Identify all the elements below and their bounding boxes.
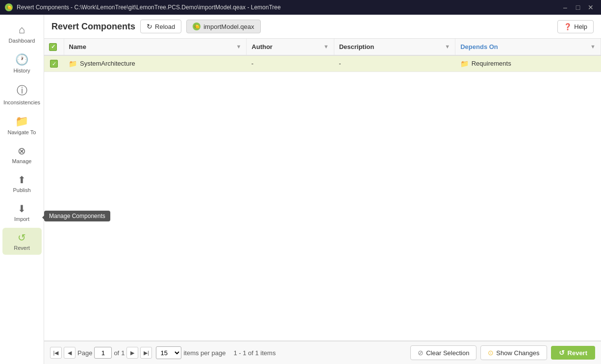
th-description: Description ▼	[334, 39, 455, 55]
sidebar-label-dashboard: Dashboard	[9, 38, 35, 44]
th-depends-on-inner: Depends On ▼	[460, 43, 596, 50]
per-page-selector: 15 25 50 100 items per page	[156, 346, 225, 359]
reload-button[interactable]: ↻ Reload	[140, 20, 181, 33]
row-description-cell: -	[334, 55, 455, 72]
th-name-inner: Name ▼	[69, 43, 242, 50]
page-text: Page	[77, 349, 92, 357]
table-container: ✓ Name ▼ Author ▼	[44, 39, 601, 340]
help-label: Help	[574, 23, 587, 30]
file-tab-label: importModel.qeax	[203, 23, 254, 30]
maximize-button[interactable]: □	[573, 2, 583, 13]
next-page-button[interactable]: ▶	[126, 347, 138, 359]
row-name: SystemArchitecture	[80, 60, 135, 67]
import-icon: ⬇	[18, 203, 26, 215]
main-layout: ⌂ Dashboard 🕐 History ⓘ Inconsistencies …	[0, 15, 601, 364]
sidebar-item-revert[interactable]: ↺ Revert	[2, 228, 42, 255]
sidebar-label-revert: Revert	[14, 245, 29, 251]
manage-icon: ⊗	[18, 145, 26, 157]
file-tab[interactable]: 🍋 importModel.qeax	[186, 20, 260, 33]
file-icon: 🍋	[193, 23, 200, 30]
row-checkbox-cell: ✓	[44, 55, 64, 72]
app-icon: 🍋	[5, 3, 13, 11]
sidebar-label-manage: Manage	[12, 158, 32, 164]
revert-button[interactable]: ↺ Revert	[551, 346, 595, 360]
author-filter-icon[interactable]: ▼	[324, 44, 329, 49]
show-changes-label: Show Changes	[496, 349, 539, 357]
depends-on-filter-icon[interactable]: ▼	[590, 44, 596, 49]
help-icon: ❓	[564, 23, 572, 30]
minimize-button[interactable]: –	[560, 2, 571, 13]
description-filter-icon[interactable]: ▼	[445, 44, 450, 49]
show-changes-button[interactable]: ⊙ Show Changes	[480, 345, 547, 360]
row-name-cell: 📁 SystemArchitecture	[64, 55, 247, 72]
help-button[interactable]: ❓ Help	[557, 20, 594, 33]
select-all-checkbox[interactable]: ✓	[49, 43, 57, 51]
clear-selection-button[interactable]: ⊘ Clear Selection	[410, 345, 476, 360]
dashboard-icon: ⌂	[19, 24, 25, 36]
prev-page-button[interactable]: ◀	[64, 347, 75, 359]
table-header: ✓ Name ▼ Author ▼	[44, 39, 601, 55]
page-title: Revert Components	[51, 22, 135, 32]
clear-selection-icon: ⊘	[418, 349, 424, 357]
revert-btn-icon: ↺	[559, 349, 565, 357]
depends-folder-icon: 📁	[460, 60, 469, 68]
th-author: Author ▼	[247, 39, 334, 55]
per-page-dropdown[interactable]: 15 25 50 100	[156, 346, 181, 359]
table-body: ✓ 📁 SystemArchitecture - - 📁	[44, 55, 601, 72]
inconsistencies-icon: ⓘ	[17, 83, 27, 98]
row-depends-on-cell: 📁 Requirements	[455, 55, 601, 72]
items-per-page-label: items per page	[183, 349, 225, 357]
th-author-label: Author	[251, 43, 273, 50]
clear-selection-label: Clear Selection	[426, 349, 469, 357]
tooltip-arrow	[42, 215, 45, 220]
sidebar-item-inconsistencies[interactable]: ⓘ Inconsistencies	[2, 79, 42, 109]
content-header: Revert Components ↻ Reload 🍋 importModel…	[44, 15, 601, 39]
th-name: Name ▼	[64, 39, 247, 55]
sidebar-item-navigate-to[interactable]: 📁 Navigate To	[2, 111, 42, 139]
th-name-label: Name	[69, 43, 86, 50]
reload-icon: ↻	[147, 23, 152, 30]
table-row[interactable]: ✓ 📁 SystemArchitecture - - 📁	[44, 55, 601, 72]
row-checkbox[interactable]: ✓	[50, 60, 58, 68]
titlebar: 🍋 Revert Components - C:\Work\LemonTree\…	[0, 0, 601, 15]
reload-label: Reload	[155, 23, 175, 30]
name-filter-icon[interactable]: ▼	[236, 44, 241, 49]
th-depends-on-label: Depends On	[460, 43, 498, 50]
sidebar-item-publish[interactable]: ⬆ Publish	[2, 170, 42, 197]
checkbox-header-cell: ✓	[44, 39, 64, 55]
sidebar-item-manage[interactable]: ⊗ Manage	[2, 141, 42, 168]
sidebar-label-import: Import	[14, 216, 29, 222]
row-depends-on: Requirements	[472, 60, 511, 67]
sidebar-label-inconsistencies: Inconsistencies	[3, 99, 40, 105]
row-folder-icon: 📁	[69, 60, 77, 68]
close-button[interactable]: ✕	[585, 2, 596, 13]
data-table: ✓ Name ▼ Author ▼	[44, 39, 601, 72]
last-page-button[interactable]: ▶|	[140, 347, 152, 359]
publish-icon: ⬆	[18, 174, 26, 186]
manage-components-tooltip: Manage Components	[44, 211, 110, 221]
sidebar-item-history[interactable]: 🕐 History	[2, 49, 42, 77]
sidebar: ⌂ Dashboard 🕐 History ⓘ Inconsistencies …	[0, 15, 44, 364]
name-cell-inner: 📁 SystemArchitecture	[69, 60, 242, 68]
th-author-inner: Author ▼	[251, 43, 328, 50]
page-navigation: |◀ ◀ Page of 1 ▶ ▶|	[50, 347, 152, 359]
items-info: 1 - 1 of 1 items	[233, 349, 275, 357]
total-pages: 1	[121, 349, 125, 357]
sidebar-label-history: History	[13, 68, 30, 73]
sidebar-label-navigate: Navigate To	[8, 129, 36, 135]
revert-btn-label: Revert	[568, 349, 587, 357]
th-description-label: Description	[339, 43, 375, 50]
th-description-inner: Description ▼	[339, 43, 451, 50]
row-author-cell: -	[247, 55, 334, 72]
footer: |◀ ◀ Page of 1 ▶ ▶| 15 25 50 100 items p…	[44, 340, 601, 364]
sidebar-item-dashboard[interactable]: ⌂ Dashboard	[2, 20, 42, 48]
navigate-icon: 📁	[15, 115, 28, 128]
window-controls: – □ ✕	[560, 2, 596, 13]
of-text: of	[114, 349, 119, 357]
sidebar-item-import[interactable]: ⬇ Import	[2, 199, 42, 226]
th-depends-on: Depends On ▼	[455, 39, 601, 55]
header-row: ✓ Name ▼ Author ▼	[44, 39, 601, 55]
page-number-input[interactable]	[94, 347, 112, 359]
first-page-button[interactable]: |◀	[50, 347, 62, 359]
sidebar-label-publish: Publish	[13, 187, 30, 193]
